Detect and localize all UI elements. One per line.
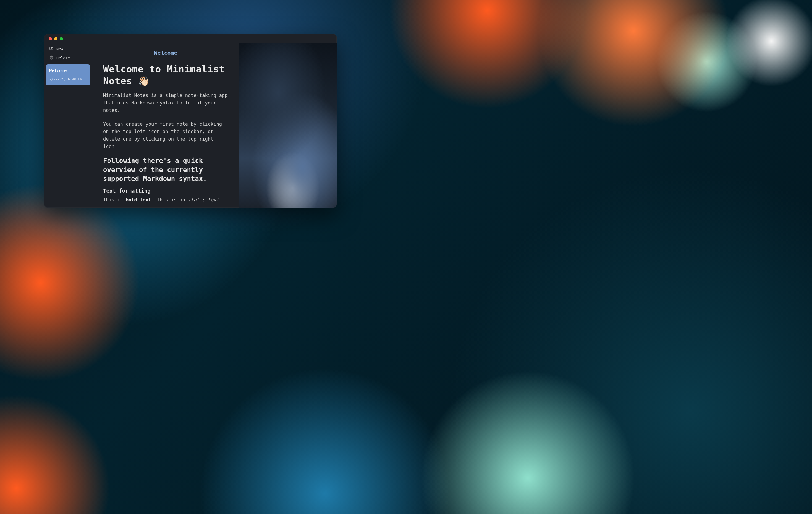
heading-1: Welcome to Minimalist Notes 👋🏻 <box>103 63 228 87</box>
text: This is <box>103 197 126 203</box>
editor-pane: Welcome Welcome to Minimalist Notes 👋🏻 M… <box>92 44 239 207</box>
sidebar: New Delete <box>44 44 92 207</box>
note-item-title: Welcome <box>49 68 87 73</box>
note-list: Welcome 2/22/24, 6:40 PM <box>44 64 92 85</box>
delete-note-label: Delete <box>56 56 70 60</box>
text: . This is an <box>151 197 188 203</box>
document-content[interactable]: Welcome to Minimalist Notes 👋🏻 Minimalis… <box>103 63 228 203</box>
minimize-icon[interactable] <box>54 37 57 40</box>
delete-note-button[interactable]: Delete <box>48 54 88 62</box>
paragraph-cutoff: This is bold text. This is an italic tex… <box>103 197 228 203</box>
note-list-item[interactable]: Welcome 2/22/24, 6:40 PM <box>46 64 90 85</box>
trash-icon <box>49 55 54 60</box>
app-window: New Delete <box>44 34 337 207</box>
paragraph: You can create your first note by clicki… <box>103 120 228 151</box>
new-note-button[interactable]: New <box>48 45 88 53</box>
close-icon[interactable] <box>49 37 52 40</box>
note-item-date: 2/22/24, 6:40 PM <box>49 77 87 81</box>
paragraph: Minimalist Notes is a simple note-taking… <box>103 92 228 114</box>
italic-text: italic text <box>188 197 219 203</box>
titlebar <box>44 34 337 44</box>
new-note-label: New <box>56 47 63 51</box>
document-title: Welcome <box>103 44 228 61</box>
sidebar-actions: New Delete <box>44 44 92 64</box>
bold-text: bold text <box>126 197 151 203</box>
preview-image-panel <box>239 44 337 207</box>
editor-scroll[interactable]: Welcome Welcome to Minimalist Notes 👋🏻 M… <box>92 44 239 207</box>
text: . <box>219 197 222 203</box>
zoom-icon[interactable] <box>60 37 63 40</box>
new-folder-icon <box>49 46 54 51</box>
heading-3: Text formatting <box>103 188 228 194</box>
heading-2: Following there's a quick overview of th… <box>103 156 228 183</box>
window-body: New Delete <box>44 44 337 207</box>
